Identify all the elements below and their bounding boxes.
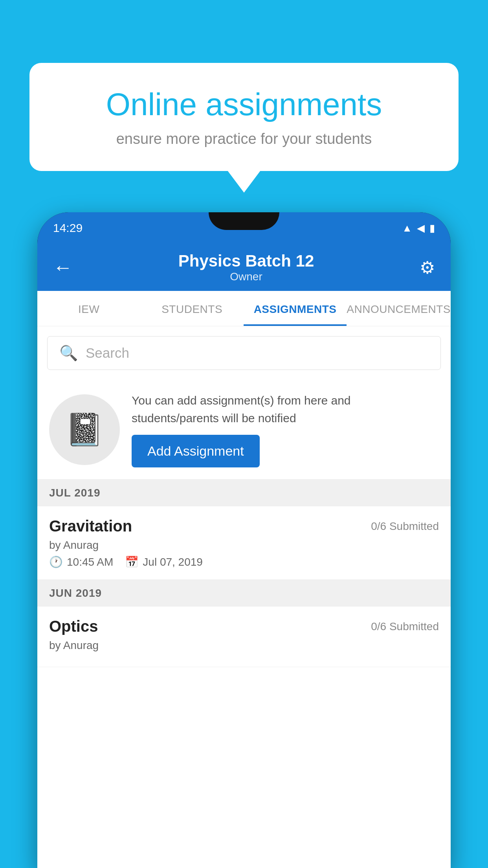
phone-frame: 14:29 ▲ ◀ ▮ ← Physics Batch 12 Owner ⚙ I… bbox=[37, 212, 451, 868]
header-title: Physics Batch 12 bbox=[73, 252, 420, 270]
time-text: 10:45 AM bbox=[67, 556, 113, 568]
notebook-icon: 📓 bbox=[65, 411, 104, 448]
speech-bubble: Online assignments ensure more practice … bbox=[29, 63, 459, 171]
assignment-by-gravitation: by Anurag bbox=[49, 539, 439, 552]
search-placeholder: Search bbox=[86, 345, 129, 361]
status-icons: ▲ ◀ ▮ bbox=[402, 222, 435, 234]
phone-screen: 🔍 Search 📓 You can add assignment(s) fro… bbox=[37, 326, 451, 868]
battery-icon: ▮ bbox=[429, 222, 435, 234]
status-time: 14:29 bbox=[53, 221, 83, 235]
bubble-subtitle: ensure more practice for your students bbox=[57, 131, 431, 147]
wifi-icon: ▲ bbox=[402, 222, 412, 234]
date-text: Jul 07, 2019 bbox=[143, 556, 203, 568]
assignment-gravitation[interactable]: Gravitation 0/6 Submitted by Anurag 🕐 10… bbox=[37, 506, 451, 580]
assignment-top-row-optics: Optics 0/6 Submitted bbox=[49, 618, 439, 635]
tab-bar: IEW STUDENTS ASSIGNMENTS ANNOUNCEMENTS bbox=[37, 291, 451, 326]
bubble-title: Online assignments bbox=[57, 86, 431, 123]
assignment-top-row: Gravitation 0/6 Submitted bbox=[49, 517, 439, 535]
assignment-by-optics: by Anurag bbox=[49, 639, 439, 652]
signal-icon: ◀ bbox=[417, 222, 425, 234]
assignment-title-gravitation: Gravitation bbox=[49, 517, 132, 535]
info-text: You can add assignment(s) from here and … bbox=[132, 392, 439, 427]
search-bar[interactable]: 🔍 Search bbox=[47, 336, 441, 370]
info-text-area: You can add assignment(s) from here and … bbox=[132, 392, 439, 467]
tab-announcements[interactable]: ANNOUNCEMENTS bbox=[347, 303, 451, 326]
assignment-optics[interactable]: Optics 0/6 Submitted by Anurag bbox=[37, 607, 451, 667]
tab-iew[interactable]: IEW bbox=[37, 303, 140, 326]
header-subtitle: Owner bbox=[73, 270, 420, 283]
assignment-date: 📅 Jul 07, 2019 bbox=[125, 555, 203, 568]
tab-students[interactable]: STUDENTS bbox=[140, 303, 243, 326]
month-header-jul: JUL 2019 bbox=[37, 480, 451, 506]
assignment-submitted-optics: 0/6 Submitted bbox=[371, 620, 439, 633]
info-banner: 📓 You can add assignment(s) from here an… bbox=[37, 380, 451, 480]
assignment-meta-gravitation: 🕐 10:45 AM 📅 Jul 07, 2019 bbox=[49, 555, 439, 568]
status-bar: 14:29 ▲ ◀ ▮ bbox=[37, 212, 451, 244]
calendar-icon: 📅 bbox=[125, 555, 139, 568]
assignment-title-optics: Optics bbox=[49, 618, 98, 635]
notebook-icon-circle: 📓 bbox=[49, 394, 120, 465]
clock-icon: 🕐 bbox=[49, 555, 63, 568]
header-title-area: Physics Batch 12 Owner bbox=[73, 252, 420, 283]
add-assignment-button[interactable]: Add Assignment bbox=[132, 435, 260, 467]
app-header: ← Physics Batch 12 Owner ⚙ bbox=[37, 244, 451, 291]
assignment-submitted-gravitation: 0/6 Submitted bbox=[371, 520, 439, 533]
back-button[interactable]: ← bbox=[53, 256, 73, 279]
tab-assignments[interactable]: ASSIGNMENTS bbox=[244, 303, 347, 326]
settings-icon[interactable]: ⚙ bbox=[420, 257, 435, 278]
assignment-time: 🕐 10:45 AM bbox=[49, 555, 113, 568]
search-icon: 🔍 bbox=[59, 344, 78, 362]
month-header-jun: JUN 2019 bbox=[37, 580, 451, 607]
